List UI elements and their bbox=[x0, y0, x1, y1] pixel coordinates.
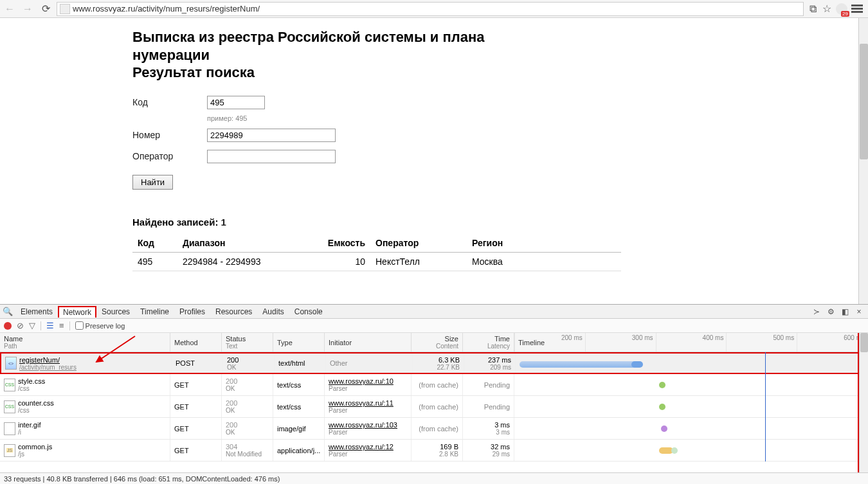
tab-timeline[interactable]: Timeline bbox=[135, 305, 174, 318]
devtools-search-icon[interactable]: 🔍 bbox=[0, 307, 15, 316]
clear-button[interactable]: ⊘ bbox=[17, 321, 24, 330]
settings-icon[interactable]: ⚙ bbox=[826, 307, 836, 317]
devtools-controls: ⊘ ▽ ☰ ≡ Preserve log bbox=[0, 319, 868, 333]
label-operator: Оператор bbox=[132, 151, 207, 161]
dock-icon[interactable]: ◧ bbox=[840, 307, 850, 317]
network-row[interactable]: common.js/js GET 304Not Modified applica… bbox=[0, 440, 868, 462]
label-code: Код bbox=[132, 97, 207, 107]
found-records: Найдено записей: 1 bbox=[132, 217, 858, 228]
view-small-icon[interactable]: ≡ bbox=[59, 321, 64, 330]
view-large-icon[interactable]: ☰ bbox=[46, 321, 54, 330]
network-table: NamePath Method StatusText Type Initiato… bbox=[0, 333, 868, 472]
code-input[interactable] bbox=[207, 96, 265, 109]
extension-badge[interactable] bbox=[836, 3, 847, 15]
result-table: Код Диапазон Емкость Оператор Регион 495… bbox=[132, 234, 621, 271]
th-range: Диапазон bbox=[177, 234, 319, 253]
find-button[interactable]: Найти bbox=[132, 175, 173, 190]
css-file-icon bbox=[4, 379, 15, 391]
url-text: www.rossvyaz.ru/activity/num_resurs/regi… bbox=[73, 4, 260, 13]
table-row: 495 2294984 - 2294993 10 НекстТелл Москв… bbox=[132, 252, 621, 271]
network-row[interactable]: style.css/css GET 200OK text/css www.ros… bbox=[0, 374, 868, 396]
tab-network[interactable]: Network bbox=[58, 306, 96, 318]
tab-console[interactable]: Console bbox=[289, 305, 328, 318]
th-code: Код bbox=[132, 234, 177, 253]
tab-audits[interactable]: Audits bbox=[257, 305, 289, 318]
network-row[interactable]: <>registerNum//activity/num_resurs POST … bbox=[0, 352, 868, 374]
page-content: Выписка из реестра Российской системы и … bbox=[0, 18, 858, 304]
devtools: 🔍 Elements Network Sources Timeline Prof… bbox=[0, 304, 868, 484]
tab-resources[interactable]: Resources bbox=[210, 305, 257, 318]
duplicate-icon[interactable]: ⧉ bbox=[808, 4, 818, 14]
forward-button[interactable]: → bbox=[21, 2, 35, 16]
url-bar[interactable]: www.rossvyaz.ru/activity/num_resurs/regi… bbox=[57, 2, 804, 16]
html-file-icon: <> bbox=[5, 357, 17, 370]
page-title: Выписка из реестра Российской системы и … bbox=[132, 28, 858, 82]
close-icon[interactable]: × bbox=[854, 307, 864, 317]
tab-sources[interactable]: Sources bbox=[96, 305, 135, 318]
number-input[interactable] bbox=[207, 129, 336, 142]
reload-button[interactable]: ⟳ bbox=[39, 2, 53, 16]
tab-elements[interactable]: Elements bbox=[15, 305, 58, 318]
label-number: Номер bbox=[132, 130, 207, 140]
preserve-log[interactable]: Preserve log bbox=[75, 321, 125, 330]
hint-code: пример: 495 bbox=[207, 114, 858, 122]
page-scrollbar[interactable] bbox=[858, 18, 868, 304]
th-region: Регион bbox=[467, 234, 621, 253]
th-oper: Оператор bbox=[370, 234, 467, 253]
network-row[interactable]: inter.gif/i GET 200OK image/gif www.ross… bbox=[0, 418, 868, 440]
devtools-scrollbar[interactable] bbox=[859, 333, 868, 472]
menu-icon[interactable] bbox=[851, 4, 863, 13]
devtools-status: 33 requests | 40.8 KB transferred | 646 … bbox=[0, 472, 868, 484]
star-icon[interactable]: ☆ bbox=[822, 4, 832, 14]
preserve-checkbox[interactable] bbox=[75, 321, 84, 330]
drawer-icon[interactable]: ≻ bbox=[811, 307, 822, 317]
record-button[interactable] bbox=[4, 322, 12, 330]
filter-icon[interactable]: ▽ bbox=[29, 321, 35, 330]
devtools-tabs: 🔍 Elements Network Sources Timeline Prof… bbox=[0, 305, 868, 319]
network-row[interactable]: counter.css/css GET 200OK text/css www.r… bbox=[0, 396, 868, 418]
gif-file-icon bbox=[4, 422, 15, 435]
operator-input[interactable] bbox=[207, 150, 336, 163]
page-icon bbox=[60, 4, 70, 14]
browser-toolbar: ← → ⟳ www.rossvyaz.ru/activity/num_resur… bbox=[0, 0, 868, 18]
th-cap: Емкость bbox=[319, 234, 370, 253]
js-file-icon bbox=[4, 444, 15, 457]
css-file-icon bbox=[4, 400, 15, 413]
tab-profiles[interactable]: Profiles bbox=[174, 305, 210, 318]
back-button[interactable]: ← bbox=[3, 2, 17, 16]
